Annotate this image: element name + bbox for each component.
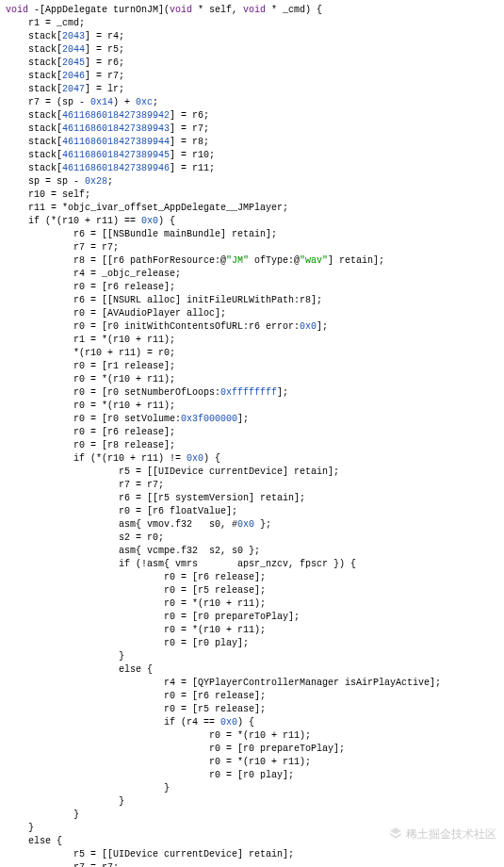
watermark-icon	[389, 826, 402, 842]
watermark: 稀土掘金技术社区	[389, 826, 496, 842]
decompiled-code: void -[AppDelegate turnOnJM](void * self…	[0, 0, 504, 867]
watermark-text: 稀土掘金技术社区	[406, 826, 496, 842]
kw-void: void	[6, 5, 28, 15]
